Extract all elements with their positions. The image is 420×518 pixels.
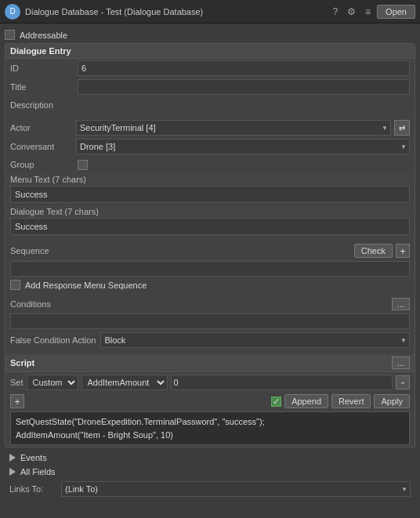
group-row: Group [5, 156, 415, 173]
conversant-dropdown-wrapper: Drone [3] [76, 139, 410, 154]
id-row: ID [5, 59, 415, 78]
actor-swap-button[interactable]: ⇄ [394, 120, 410, 136]
menu-text-row [5, 185, 415, 205]
sequence-input[interactable] [10, 261, 410, 277]
title-bar-actions: ? ⚙ ≡ Open [329, 5, 415, 19]
links-to-dropdown-wrapper: (Link To) [61, 481, 411, 497]
script-line-1: SetQuestState("DroneExpedition.TerminalP… [16, 415, 404, 429]
menu-icon[interactable]: ≡ [362, 5, 374, 19]
title-input[interactable] [78, 79, 410, 95]
actor-row: Actor SecurityTerminal [4] ⇄ [5, 118, 415, 137]
menu-text-input[interactable] [10, 186, 410, 203]
conversant-dropdown[interactable]: Drone [3] [76, 139, 410, 154]
addressable-checkbox[interactable] [5, 30, 15, 40]
dialogue-text-label: Dialogue Text (7 chars) [5, 205, 415, 217]
main-content: Addressable Dialogue Entry ID Title Desc… [0, 24, 420, 518]
actor-label: Actor [10, 123, 73, 132]
false-condition-dropdown-wrapper: Block [100, 332, 410, 348]
open-button[interactable]: Open [377, 5, 415, 19]
script-line-2: AddItemAmount("Item - Bright Soup", 10) [16, 429, 404, 442]
links-to-row: Links To: (Link To) [5, 479, 415, 499]
apply-button[interactable]: Apply [374, 394, 410, 408]
addressable-label: Addressable [20, 31, 67, 40]
group-label: Group [10, 160, 73, 169]
events-row[interactable]: Events [5, 451, 415, 465]
value-input[interactable] [171, 375, 393, 390]
conditions-dots-button[interactable]: ... [392, 298, 410, 310]
id-input[interactable] [78, 60, 410, 76]
sequence-row: Sequence Check + [5, 242, 415, 259]
events-label: Events [20, 453, 47, 462]
settings-icon[interactable]: ⚙ [344, 5, 359, 19]
dialogue-entry-header: Dialogue Entry [5, 44, 415, 59]
title-label: Title [10, 82, 73, 92]
script-set-row: Set Custom AddItemAmount - [5, 372, 415, 393]
conditions-input-row [5, 312, 415, 331]
description-row: Description [5, 96, 415, 114]
sequence-input-row [5, 259, 415, 278]
app-icon: D [5, 4, 20, 20]
links-to-label: Links To: [9, 484, 56, 494]
append-button[interactable]: Append [284, 394, 328, 408]
links-to-dropdown[interactable]: (Link To) [61, 481, 411, 497]
script-label: Script [10, 358, 389, 368]
script-actions-row: + ✓ Append Revert Apply [5, 393, 415, 410]
conversant-row: Conversant Drone [3] [5, 137, 415, 156]
conditions-input[interactable] [10, 313, 410, 329]
script-header: Script ... [5, 354, 415, 372]
actor-dropdown[interactable]: SecurityTerminal [4] [76, 120, 391, 136]
conditions-label: Conditions [10, 299, 389, 309]
sequence-plus-button[interactable]: + [396, 244, 410, 258]
check-button[interactable]: Check [354, 244, 393, 258]
dialogue-entry-section: Dialogue Entry ID Title Description Acto… [5, 43, 415, 447]
revert-button[interactable]: Revert [331, 394, 371, 408]
false-condition-dropdown[interactable]: Block [100, 332, 410, 348]
set-label: Set [10, 378, 24, 387]
group-checkbox[interactable] [78, 160, 88, 170]
dialogue-text-input[interactable] [10, 218, 410, 235]
false-condition-label: False Condition Action [10, 335, 96, 345]
all-fields-row[interactable]: All Fields [5, 465, 415, 479]
conversant-label: Conversant [10, 142, 73, 151]
script-dots-button[interactable]: ... [392, 357, 410, 369]
all-fields-triangle-icon [9, 468, 16, 476]
custom-dropdown[interactable]: Custom [27, 375, 78, 390]
actor-dropdown-wrapper: SecurityTerminal [4] [76, 120, 391, 136]
all-fields-label: All Fields [20, 467, 56, 476]
append-checkbox[interactable]: ✓ [271, 397, 281, 407]
id-label: ID [10, 63, 73, 73]
function-dropdown[interactable]: AddItemAmount [81, 375, 168, 390]
add-response-row: Add Response Menu Sequence [5, 278, 415, 292]
addressable-row: Addressable [5, 27, 415, 43]
description-label: Description [10, 100, 73, 110]
false-condition-row: False Condition Action Block [5, 331, 415, 350]
script-plus-button[interactable]: + [10, 394, 24, 408]
help-icon[interactable]: ? [329, 5, 341, 19]
menu-text-label: Menu Text (7 chars) [5, 173, 415, 185]
sequence-label: Sequence [10, 246, 351, 255]
add-response-label: Add Response Menu Sequence [25, 281, 147, 290]
dialogue-text-row [5, 217, 415, 237]
window-title: Dialogue Database - Test (Dialogue Datab… [25, 7, 324, 16]
conditions-header: Conditions ... [5, 296, 415, 312]
minus-button[interactable]: - [396, 375, 410, 389]
title-bar: D Dialogue Database - Test (Dialogue Dat… [0, 0, 420, 24]
events-triangle-icon [9, 454, 16, 462]
title-row: Title [5, 78, 415, 96]
script-text-display: SetQuestState("DroneExpedition.TerminalP… [10, 411, 410, 445]
add-response-checkbox[interactable] [10, 280, 20, 290]
